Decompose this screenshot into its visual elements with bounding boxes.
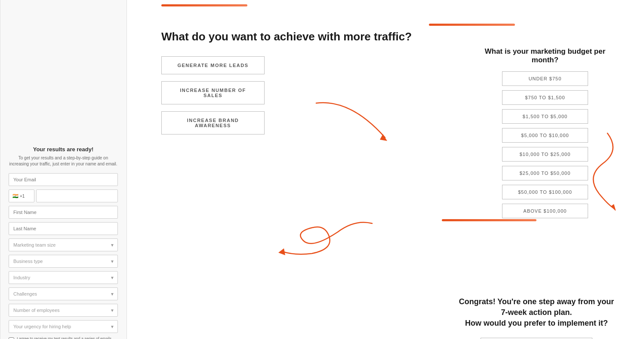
industry-select[interactable]: Industry — [9, 271, 118, 284]
urgency-select[interactable]: Your urgency for hiring help — [9, 320, 118, 333]
sidebar-results-title: Your results are ready! — [33, 146, 94, 153]
marketing-team-size-select[interactable]: Marketing team size — [9, 238, 118, 251]
employees-select[interactable]: Number of employees — [9, 304, 118, 317]
increase-sales-button[interactable]: INCREASE NUMBER OF SALES — [161, 81, 265, 104]
industry-wrapper: Industry ▼ — [9, 271, 118, 284]
budget-options: UNDER $750 $750 TO $1,500 $1,500 TO $5,0… — [472, 71, 618, 218]
implement-options: I'LL IMPLEMENT IT MYSELF I PLAN ON OUTSO… — [455, 338, 618, 339]
budget-10000-25000[interactable]: $10,000 TO $25,000 — [502, 147, 588, 162]
budget-750-1500[interactable]: $750 TO $1,500 — [502, 90, 588, 105]
main-content: What do you want to achieve with more tr… — [127, 0, 644, 339]
challenges-select[interactable]: Challenges — [9, 287, 118, 300]
consent-checkbox[interactable] — [9, 337, 14, 339]
phone-flag: 🇮🇳 +1 — [9, 189, 34, 202]
implement-myself-button[interactable]: I'LL IMPLEMENT IT MYSELF — [481, 338, 592, 339]
implement-section-title: Congrats! You're one step away from your… — [455, 296, 618, 329]
consent-label: I agree to receive my test results and a… — [17, 336, 118, 339]
progress-bar-top — [161, 4, 247, 6]
sidebar-results-desc: To get your results and a step-by-step g… — [9, 155, 118, 167]
increase-brand-button[interactable]: INCREASE BRAND AWARENESS — [161, 111, 265, 134]
first-name-field[interactable] — [9, 206, 118, 219]
last-name-field[interactable] — [9, 222, 118, 235]
progress-bar-bottom — [442, 219, 536, 221]
svg-marker-2 — [278, 248, 285, 255]
budget-1500-5000[interactable]: $1,500 TO $5,000 — [502, 109, 588, 124]
generate-leads-button[interactable]: GENERATE MORE LEADS — [161, 56, 265, 74]
phone-input[interactable] — [36, 189, 118, 202]
arrow-bottom-loop-decoration — [269, 215, 381, 268]
budget-50000-100000[interactable]: $50,000 TO $100,000 — [502, 185, 588, 199]
urgency-wrapper: Your urgency for hiring help ▼ — [9, 320, 118, 333]
employees-wrapper: Number of employees ▼ — [9, 304, 118, 317]
implement-section: Congrats! You're one step away from your… — [455, 296, 618, 339]
challenges-wrapper: Challenges ▼ — [9, 287, 118, 300]
budget-section-title: What is your marketing budget per month? — [472, 47, 618, 64]
email-field[interactable] — [9, 173, 118, 186]
budget-5000-10000[interactable]: $5,000 TO $10,000 — [502, 128, 588, 143]
marketing-team-size-wrapper: Marketing team size ▼ — [9, 238, 118, 251]
consent-checkbox-row: I agree to receive my test results and a… — [9, 336, 118, 339]
svg-marker-0 — [380, 134, 387, 141]
right-column: What is your marketing budget per month?… — [472, 17, 618, 218]
business-type-wrapper: Business type ▼ — [9, 255, 118, 268]
budget-25000-50000[interactable]: $25,000 TO $50,000 — [502, 166, 588, 180]
budget-above-100000[interactable]: ABOVE $100,000 — [502, 204, 588, 218]
traffic-options: GENERATE MORE LEADS INCREASE NUMBER OF S… — [161, 56, 273, 134]
budget-under-750[interactable]: UNDER $750 — [502, 71, 588, 86]
business-type-select[interactable]: Business type — [9, 255, 118, 268]
sidebar: Your results are ready! To get your resu… — [0, 0, 127, 339]
